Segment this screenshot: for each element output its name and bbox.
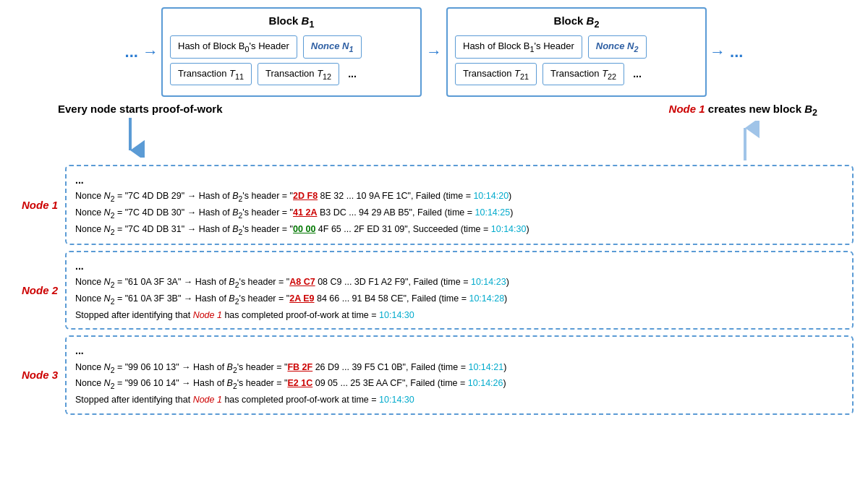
block1-dots: ... — [348, 68, 357, 80]
node1-row: Node 1 ... Nonce N2 = "7C 4D DB 29" → Ha… — [14, 165, 854, 245]
block2-nonce-cell: Nonce N2 — [588, 35, 647, 59]
node3-line1: Nonce N2 = "99 06 10 13" → Hash of B2's … — [75, 360, 843, 377]
block1-hash-cell: Hash of Block B0's Header — [170, 35, 297, 59]
node1-line3: Nonce N2 = "7C 4D DB 31" → Hash of B2's … — [75, 222, 843, 239]
node1-ellipsis: ... — [75, 172, 843, 189]
blockchain-diagram: ... → Block B1 Hash of Block B0's Header… — [11, 7, 857, 97]
node3-row: Node 3 ... Nonce N2 = "99 06 10 13" → Ha… — [14, 335, 854, 414]
node3-panel: ... Nonce N2 = "99 06 10 13" → Hash of B… — [65, 335, 854, 414]
block1-tx1-cell: Transaction T11 — [170, 63, 252, 86]
node2-label: Node 2 — [14, 251, 65, 330]
block1-top-row: Hash of Block B0's Header Nonce N1 — [170, 35, 413, 59]
node2-line1: Nonce N2 = "61 0A 3F 3A" → Hash of B2's … — [75, 275, 843, 291]
node1-line2: Nonce N2 = "7C 4D DB 30" → Hash of B2's … — [75, 205, 843, 222]
annotation-right: Node 1 creates new block B2 — [669, 103, 817, 118]
block1-box: Block B1 Hash of Block B0's Header Nonce… — [161, 7, 422, 97]
down-arrow-left — [116, 118, 145, 158]
node2-panel: ... Nonce N2 = "61 0A 3F 3A" → Hash of B… — [65, 251, 854, 330]
up-arrow-right — [731, 121, 760, 160]
node3-line2: Nonce N2 = "99 06 10 14" → Hash of B2's … — [75, 376, 843, 392]
block2-top-row: Hash of Block B1's Header Nonce N2 — [455, 35, 698, 59]
node2-ellipsis: ... — [75, 258, 843, 275]
block2-bottom-row: Transaction T21 Transaction T22 ... — [455, 63, 698, 86]
block2-hash-cell: Hash of Block B1's Header — [455, 35, 582, 59]
node3-label: Node 3 — [14, 335, 65, 414]
left-dots: ... → — [125, 43, 158, 61]
block1-bottom-row: Transaction T11 Transaction T12 ... — [170, 63, 413, 86]
node1-panel: ... Nonce N2 = "7C 4D DB 29" → Hash of B… — [65, 165, 854, 245]
block1-tx2-cell: Transaction T12 — [258, 63, 339, 86]
block2-tx1-cell: Transaction T21 — [455, 63, 537, 86]
middle-arrow: → — [426, 43, 442, 61]
block1-nonce-cell: Nonce N1 — [303, 35, 362, 59]
block2-title: Block B2 — [455, 14, 698, 30]
right-arrow: → ... — [710, 43, 743, 61]
block1-title: Block B1 — [170, 14, 413, 30]
block2-tx2-cell: Transaction T22 — [542, 63, 624, 86]
annotation-node1: Node 1 — [669, 103, 705, 115]
annotation-right-text: creates new block B2 — [708, 103, 817, 115]
node1-line1: Nonce N2 = "7C 4D DB 29" → Hash of B2's … — [75, 189, 843, 205]
annotation-left: Every node starts proof-of-work — [58, 103, 223, 115]
node3-stopped: Stopped after identifying that Node 1 ha… — [75, 392, 843, 408]
node3-ellipsis: ... — [75, 343, 843, 359]
block2-dots: ... — [633, 68, 642, 80]
block2-box: Block B2 Hash of Block B1's Header Nonce… — [446, 7, 707, 97]
node1-label: Node 1 — [14, 165, 65, 245]
node2-stopped: Stopped after identifying that Node 1 ha… — [75, 308, 843, 323]
node2-row: Node 2 ... Nonce N2 = "61 0A 3F 3A" → Ha… — [14, 251, 854, 330]
nodes-area: Node 1 ... Nonce N2 = "7C 4D DB 29" → Ha… — [11, 165, 857, 414]
node2-line2: Nonce N2 = "61 0A 3F 3B" → Hash of B2's … — [75, 291, 843, 308]
